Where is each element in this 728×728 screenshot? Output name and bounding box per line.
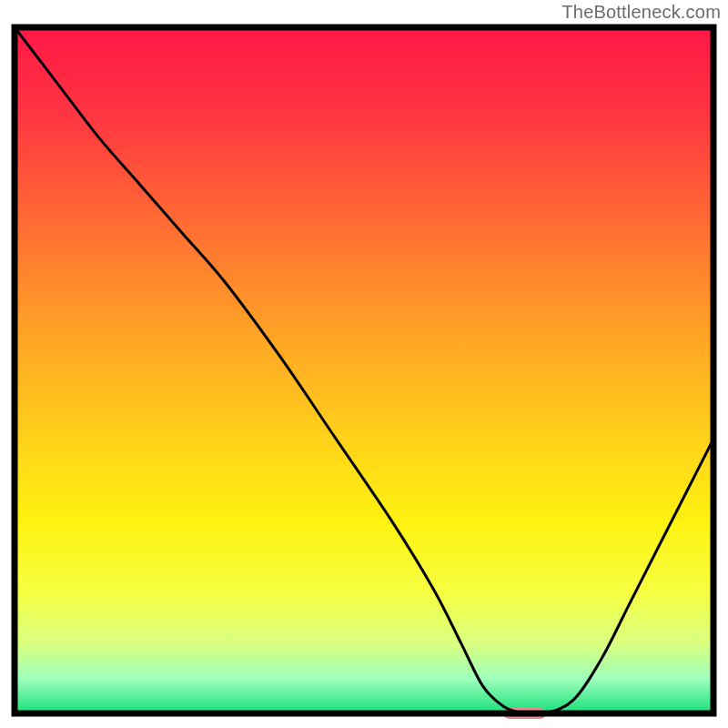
plot-background <box>15 27 713 713</box>
bottleneck-chart <box>0 0 728 728</box>
attribution-text: TheBottleneck.com <box>561 2 721 23</box>
